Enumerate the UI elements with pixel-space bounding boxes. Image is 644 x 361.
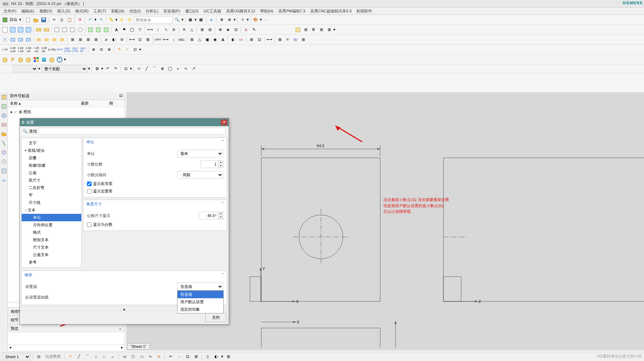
- text-a-icon[interactable]: A: [113, 26, 120, 33]
- tb2-icon[interactable]: A: [242, 26, 250, 33]
- tb5-grid-icon[interactable]: [33, 56, 40, 63]
- tb2-icon[interactable]: [69, 26, 76, 33]
- tb5-cylinder-icon[interactable]: [40, 56, 48, 63]
- nominal-spinner[interactable]: ▴▾: [199, 212, 223, 220]
- tree-line-arrow[interactable]: + 直线/箭头: [22, 147, 81, 154]
- tree-narrow[interactable]: 窄: [22, 191, 81, 199]
- sheet-select[interactable]: Sheet 1: [2, 353, 31, 360]
- menu-view[interactable]: 视图(V): [37, 8, 55, 15]
- dd-option-userdefault[interactable]: 用户默认设置: [178, 298, 223, 306]
- search-input[interactable]: [38, 128, 226, 135]
- grid2-icon[interactable]: ▦: [197, 16, 204, 23]
- sb-icon[interactable]: ∿: [147, 353, 154, 360]
- lightning2-icon[interactable]: ⚡: [126, 16, 133, 23]
- tb3-icon[interactable]: W: [292, 36, 299, 43]
- tb2-icon[interactable]: ⚙: [310, 26, 317, 33]
- tb3-icon[interactable]: [17, 36, 24, 43]
- rail-history-icon[interactable]: [0, 157, 7, 166]
- tb5-power-icon[interactable]: [56, 56, 63, 63]
- tb3-icon[interactable]: [1, 36, 9, 43]
- delete-icon[interactable]: ✕: [76, 16, 83, 23]
- spin-up[interactable]: ▴: [218, 161, 223, 164]
- close-button[interactable]: ✕: [221, 120, 227, 125]
- sb-icon[interactable]: ▯: [204, 353, 211, 360]
- dim-icon[interactable]: ⊘: [170, 26, 177, 33]
- tb3-icon[interactable]: ⊞: [276, 36, 283, 43]
- decimal-spinner[interactable]: ▴▾: [201, 160, 223, 168]
- sb-icon[interactable]: ⊕: [155, 353, 162, 360]
- tb3-icon[interactable]: ◐: [110, 36, 118, 43]
- sb-icon[interactable]: ⬠: [130, 353, 137, 360]
- rail-icon[interactable]: [0, 148, 7, 157]
- tree-textgroup[interactable]: − 文本: [22, 206, 81, 214]
- grid-icon[interactable]: ▦: [187, 16, 194, 23]
- tb2-icon[interactable]: [61, 26, 68, 33]
- sb-icon[interactable]: ⌐: [101, 353, 108, 360]
- tb3-icon[interactable]: ⊞: [300, 36, 307, 43]
- dim-icon[interactable]: ↕: [154, 26, 162, 33]
- dialog-titlebar[interactable]: ⚙设置 ✕: [20, 118, 229, 126]
- rail-icon[interactable]: [0, 121, 7, 129]
- menu-gctoolbox[interactable]: GC工具箱: [201, 8, 223, 15]
- rail-icon[interactable]: [0, 102, 7, 111]
- tb2-icon[interactable]: [87, 26, 94, 33]
- tb4-tol-icon[interactable]: 1.00: [1, 46, 9, 53]
- command-search[interactable]: [134, 16, 173, 23]
- tb2-icon[interactable]: [35, 26, 42, 33]
- menu-insert[interactable]: 插入(S): [55, 8, 72, 15]
- tb3-icon[interactable]: ⚛: [284, 36, 291, 43]
- tb3-icon[interactable]: [51, 36, 58, 43]
- tb3-icon[interactable]: [43, 36, 50, 43]
- tb3-icon[interactable]: A: [219, 36, 227, 43]
- tb4-icon[interactable]: ⊡: [131, 46, 138, 53]
- tb5-box-icon[interactable]: [25, 56, 32, 63]
- leadzero-check[interactable]: 显示前导零: [87, 180, 223, 188]
- tb4-tol-icon[interactable]: 1.00±.05: [9, 46, 16, 53]
- tb4-tol-icon[interactable]: 1.05.95: [40, 46, 48, 53]
- tb4-icon[interactable]: ⊗: [105, 46, 113, 53]
- measure-icon[interactable]: 📏: [108, 16, 115, 23]
- menu-edit[interactable]: 编辑(E): [19, 8, 37, 15]
- assembly-select[interactable]: 整个装配: [41, 65, 87, 72]
- redo-icon[interactable]: ↷: [97, 16, 104, 23]
- sb-icon[interactable]: ╱: [75, 353, 82, 360]
- sb-icon[interactable]: ⟋: [175, 353, 182, 360]
- start-button[interactable]: [1, 16, 9, 23]
- tree-jog[interactable]: 二次折弯: [22, 184, 81, 191]
- tb4-tol-icon[interactable]: 1.00+.05: [17, 46, 24, 53]
- tb6-icon[interactable]: ∿: [182, 65, 189, 72]
- tb4-tol-icon[interactable]: 10H7(0): [80, 46, 87, 53]
- tb3-icon[interactable]: ⟷: [162, 36, 169, 43]
- tree-toltext[interactable]: 公差文本: [22, 251, 81, 259]
- tb3-icon[interactable]: [9, 36, 16, 43]
- tb3-icon[interactable]: ⟷: [129, 36, 136, 43]
- menu-gaoxiu-ug[interactable]: 高秀UG模具9.12: [224, 8, 257, 15]
- tb6-icon[interactable]: ⊞: [93, 65, 100, 72]
- wave-icon[interactable]: 〰: [263, 16, 270, 23]
- tb3-icon[interactable]: ⟷: [266, 36, 273, 43]
- tree-prefix[interactable]: 前缀/后缀: [22, 162, 81, 169]
- tree-dimline[interactable]: 尺寸线: [22, 199, 81, 206]
- menu-window[interactable]: 窗口(O): [183, 8, 201, 15]
- tb3-icon[interactable]: ⊞: [248, 36, 255, 43]
- leadzero-checkbox[interactable]: [87, 182, 92, 186]
- tb5-p-icon[interactable]: P: [9, 56, 16, 63]
- separator-select[interactable]: · 周期: [177, 171, 223, 179]
- tb3-icon[interactable]: ⊞: [188, 36, 195, 43]
- menu-jiming[interactable]: 机明软件: [354, 8, 374, 15]
- tree-format[interactable]: 格式: [22, 229, 81, 236]
- sketch-icon[interactable]: ▦: [35, 353, 42, 360]
- rail-folder-icon[interactable]: [0, 130, 7, 138]
- sb-icon[interactable]: ✂: [167, 353, 174, 360]
- copy-icon[interactable]: ⎘: [58, 16, 65, 23]
- scroll-right[interactable]: ▸: [120, 345, 125, 350]
- tb6-icon[interactable]: ↶: [104, 65, 111, 72]
- coord-icon[interactable]: ⊹: [239, 16, 246, 23]
- tb2-icon[interactable]: ⊟: [206, 26, 213, 33]
- dim-icon[interactable]: ⤡: [162, 26, 169, 33]
- fraction-check[interactable]: 显示为分数: [87, 221, 223, 228]
- tb4-tol-icon[interactable]: +.05-.02: [33, 46, 40, 53]
- tb2-icon[interactable]: [1, 26, 9, 33]
- paste-icon[interactable]: 📋: [66, 16, 73, 23]
- surface-icon[interactable]: ▽: [136, 26, 143, 33]
